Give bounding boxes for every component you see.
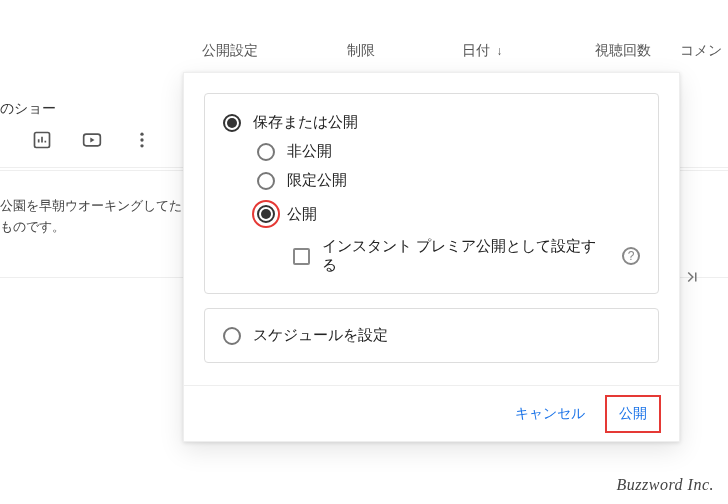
checkbox-instant-premiere[interactable]: インスタント プレミア公開として設定する ? bbox=[293, 237, 640, 275]
last-page-icon[interactable] bbox=[680, 265, 704, 289]
radio-checked-icon bbox=[257, 205, 275, 223]
dialog-footer: キャンセル 公開 bbox=[184, 385, 679, 441]
svg-point-3 bbox=[140, 138, 143, 141]
analytics-icon[interactable] bbox=[32, 130, 52, 150]
radio-label: 非公開 bbox=[287, 142, 332, 161]
video-description: 公園を早朝ウオーキングしてたものです。 bbox=[0, 196, 190, 238]
radio-private[interactable]: 非公開 bbox=[257, 139, 640, 164]
col-visibility[interactable]: 公開設定 bbox=[185, 42, 276, 60]
radio-unlisted[interactable]: 限定公開 bbox=[257, 168, 640, 193]
visibility-popover: 保存または公開 非公開 限定公開 公開 bbox=[183, 72, 680, 442]
radio-unchecked-icon bbox=[223, 327, 241, 345]
radio-label: スケジュールを設定 bbox=[253, 326, 388, 345]
radio-unchecked-icon bbox=[257, 172, 275, 190]
radio-public[interactable]: 公開 bbox=[252, 197, 640, 231]
more-vert-icon[interactable] bbox=[132, 130, 152, 150]
svg-point-4 bbox=[140, 144, 143, 147]
publish-button[interactable]: 公開 bbox=[605, 395, 661, 433]
schedule-card[interactable]: スケジュールを設定 bbox=[204, 308, 659, 363]
radio-unchecked-icon bbox=[257, 143, 275, 161]
publish-card: 保存または公開 非公開 限定公開 公開 bbox=[204, 93, 659, 294]
radio-checked-icon bbox=[223, 114, 241, 132]
youtube-icon[interactable] bbox=[82, 130, 102, 150]
col-date[interactable]: 日付 ↓ bbox=[437, 42, 528, 60]
svg-point-2 bbox=[140, 133, 143, 136]
video-title: のショー bbox=[0, 100, 56, 118]
col-views[interactable]: 視聴回数 bbox=[578, 42, 669, 60]
highlight-ring bbox=[252, 200, 280, 228]
checkbox-unchecked-icon bbox=[293, 248, 310, 265]
radio-schedule[interactable]: スケジュールを設定 bbox=[223, 323, 640, 348]
col-restriction[interactable]: 制限 bbox=[316, 42, 407, 60]
radio-label: 保存または公開 bbox=[253, 113, 358, 132]
column-headers: 公開設定 制限 日付 ↓ 視聴回数 コメン bbox=[0, 42, 728, 60]
col-comments[interactable]: コメン bbox=[674, 42, 729, 60]
watermark: Buzzword Inc. bbox=[617, 476, 714, 494]
cancel-button[interactable]: キャンセル bbox=[503, 397, 597, 431]
radio-save-or-publish[interactable]: 保存または公開 bbox=[223, 110, 640, 135]
radio-label: 限定公開 bbox=[287, 171, 347, 190]
arrow-down-icon: ↓ bbox=[496, 44, 502, 58]
col-date-label: 日付 bbox=[462, 42, 490, 60]
help-icon[interactable]: ? bbox=[622, 247, 640, 265]
radio-label: 公開 bbox=[287, 205, 317, 224]
checkbox-label: インスタント プレミア公開として設定する bbox=[322, 237, 606, 275]
